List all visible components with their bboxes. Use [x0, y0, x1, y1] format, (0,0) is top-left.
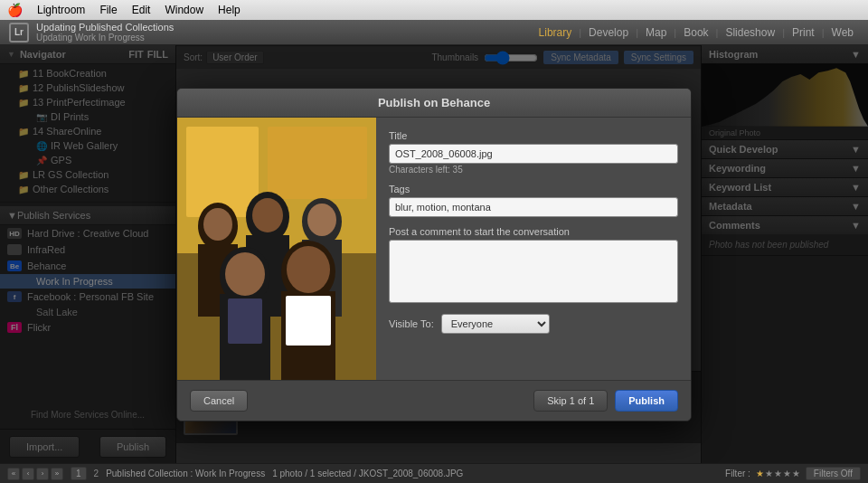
star-2[interactable]: ★ — [765, 469, 773, 478]
module-develop[interactable]: Develop — [583, 24, 634, 41]
menu-lightroom[interactable]: Lightroom — [37, 4, 85, 16]
modal-photo — [177, 118, 376, 380]
menu-help[interactable]: Help — [218, 4, 241, 16]
svg-rect-4 — [268, 127, 367, 199]
svg-point-19 — [287, 246, 330, 293]
top-bar: Lr Updating Published Collections Updati… — [0, 20, 868, 45]
filters-off[interactable]: Filters Off — [806, 467, 861, 480]
svg-point-10 — [252, 198, 283, 232]
nav-arrows: « ‹ › » — [7, 468, 63, 480]
module-library[interactable]: Library — [533, 24, 578, 41]
star-1[interactable]: ★ — [756, 469, 764, 478]
collection-label: Published Collection : Work In Progress — [106, 469, 265, 478]
nav-next[interactable]: › — [36, 468, 49, 480]
chars-left: Characters left: 35 — [389, 165, 678, 175]
publish-dialog: Publish on Behance — [176, 88, 692, 421]
menu-file[interactable]: File — [99, 4, 117, 16]
tags-label: Tags — [389, 184, 678, 194]
cancel-button[interactable]: Cancel — [190, 390, 248, 412]
svg-point-13 — [307, 204, 336, 236]
svg-point-16 — [225, 252, 265, 296]
title-label: Title — [389, 130, 678, 141]
app-window: Lr Updating Published Collections Updati… — [0, 20, 868, 483]
module-book[interactable]: Book — [678, 24, 713, 41]
title-input[interactable] — [389, 144, 678, 164]
nav-prev-prev[interactable]: « — [7, 468, 20, 480]
page-1[interactable]: 1 — [71, 467, 87, 480]
star-5[interactable]: ★ — [792, 469, 800, 478]
apple-menu[interactable]: 🍎 — [7, 3, 23, 17]
svg-point-7 — [203, 208, 232, 241]
photo-scene — [177, 118, 376, 380]
filter-group: Filter : ★ ★ ★ ★ ★ Filters Off — [725, 467, 861, 480]
visible-to-select[interactable]: Everyone Friends Only Me — [441, 314, 550, 334]
module-nav: Library | Develop | Map | Book | Slidesh… — [533, 20, 868, 44]
lr-logo: Lr — [9, 23, 29, 43]
modal-footer: Cancel Skip 1 of 1 Publish — [177, 380, 691, 421]
module-slideshow[interactable]: Slideshow — [720, 24, 780, 41]
modal-body: Title Characters left: 35 Tags Post a co… — [177, 118, 691, 380]
comment-field-group: Post a comment to start the conversation — [389, 226, 678, 305]
status-bar: « ‹ › » 1 2 Published Collection : Work … — [0, 463, 868, 483]
menu-window[interactable]: Window — [165, 4, 203, 16]
page-2: 2 — [94, 469, 99, 478]
comment-textarea[interactable] — [389, 240, 678, 303]
star-4[interactable]: ★ — [783, 469, 791, 478]
skip-button[interactable]: Skip 1 of 1 — [533, 390, 608, 412]
tags-input[interactable] — [389, 197, 678, 217]
comment-label: Post a comment to start the conversation — [389, 226, 678, 237]
module-web[interactable]: Web — [826, 24, 859, 41]
nav-next-next[interactable]: » — [51, 468, 63, 480]
publish-modal-button[interactable]: Publish — [615, 390, 678, 412]
module-print[interactable]: Print — [787, 24, 820, 41]
visible-to-row: Visible To: Everyone Friends Only Me — [389, 314, 678, 334]
tags-field-group: Tags — [389, 184, 678, 217]
visible-to-label: Visible To: — [389, 318, 434, 329]
svg-rect-20 — [228, 298, 262, 344]
filter-stars: ★ ★ ★ ★ ★ — [756, 469, 800, 478]
star-3[interactable]: ★ — [774, 469, 782, 478]
filter-label: Filter : — [725, 469, 750, 478]
menu-edit[interactable]: Edit — [132, 4, 151, 16]
count-label: 1 photo / 1 selected / JKOST_2008_06008.… — [272, 469, 463, 478]
title-field-group: Title Characters left: 35 — [389, 130, 678, 175]
menu-bar: 🍎 Lightroom File Edit Window Help — [0, 0, 868, 20]
photo-people-svg — [177, 118, 376, 380]
module-map[interactable]: Map — [640, 24, 672, 41]
modal-form: Title Characters left: 35 Tags Post a co… — [376, 118, 691, 380]
modal-overlay: Publish on Behance — [0, 45, 868, 463]
modal-title: Publish on Behance — [177, 89, 691, 118]
nav-prev[interactable]: ‹ — [22, 468, 34, 480]
svg-rect-21 — [286, 296, 331, 346]
main-content: ▼ Navigator FIT FILL 📁 11 BookCreation 📁… — [0, 45, 868, 463]
